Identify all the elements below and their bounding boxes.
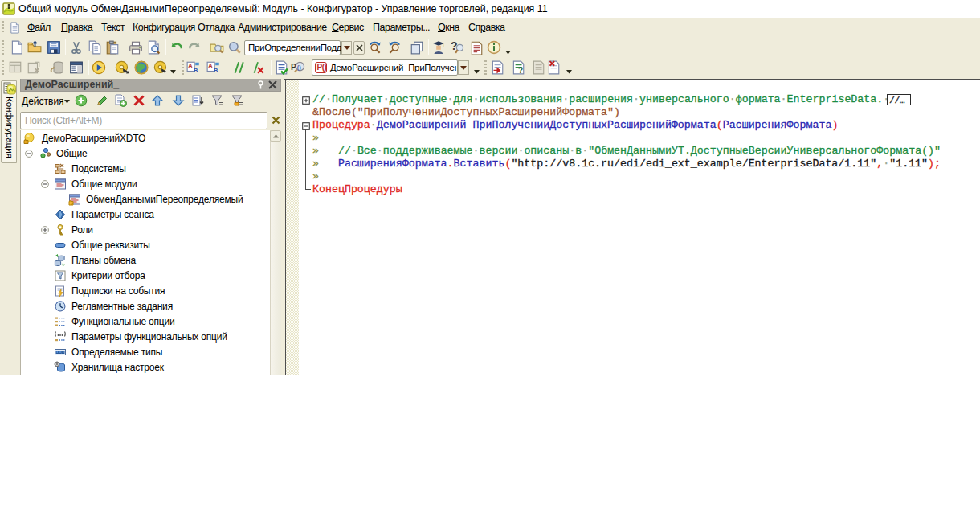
svg-text:B: B [194,67,198,74]
svg-text:A: A [208,62,213,69]
svg-text:(): () [297,64,302,71]
svg-text:B: B [214,67,218,74]
svg-text:A: A [188,62,193,69]
svg-text:?: ? [518,66,523,75]
